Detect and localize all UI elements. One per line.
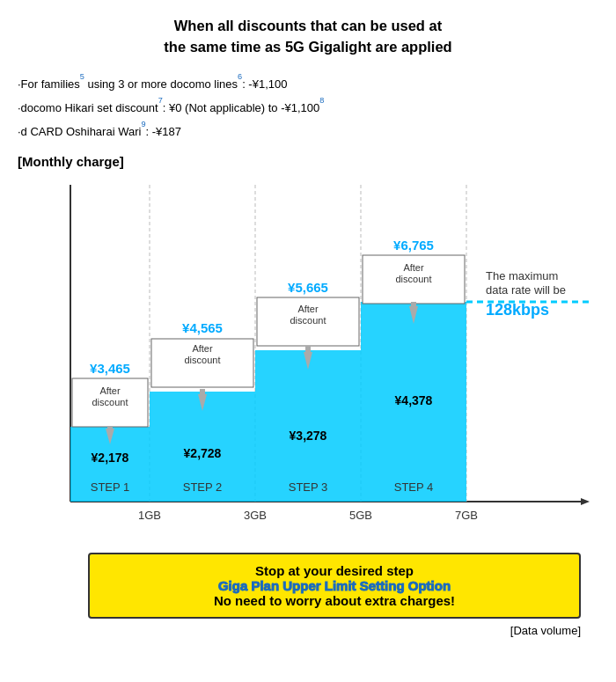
svg-text:¥6,765: ¥6,765 [393,238,434,253]
svg-text:¥3,278: ¥3,278 [290,429,327,443]
svg-text:discount: discount [185,355,221,365]
svg-text:STEP 2: STEP 2 [183,480,223,494]
svg-text:128kbps: 128kbps [486,301,549,319]
svg-text:After: After [403,262,424,273]
svg-text:¥4,378: ¥4,378 [395,393,433,407]
svg-text:¥5,665: ¥5,665 [288,280,328,295]
svg-text:STEP 1: STEP 1 [91,480,130,494]
svg-rect-9 [255,350,361,502]
promo-box: Stop at your desired step Giga Plan Uppe… [88,553,581,619]
svg-text:discount: discount [92,397,128,407]
svg-text:STEP 4: STEP 4 [394,480,434,494]
svg-text:After: After [192,343,213,354]
promo-line1: Stop at your desired step [104,563,565,578]
svg-text:STEP 3: STEP 3 [289,480,328,494]
svg-text:The maximum: The maximum [486,269,558,282]
svg-text:discount: discount [396,274,432,284]
svg-text:¥2,728: ¥2,728 [184,446,222,460]
svg-text:¥2,178: ¥2,178 [92,451,129,465]
data-volume-label: [Data volume] [18,624,581,637]
svg-text:5GB: 5GB [349,509,372,522]
svg-text:1GB: 1GB [138,509,161,522]
chart-area: ¥3,465 ¥4,565 ¥5,665 ¥6,765 After discou… [18,176,598,546]
page-title: When all discounts that can be used at t… [18,16,598,58]
svg-marker-2 [581,498,590,505]
svg-text:¥4,565: ¥4,565 [182,320,223,335]
svg-text:7GB: 7GB [455,509,478,522]
promo-line2: Giga Plan Upper Limit Setting Option [104,578,565,593]
monthly-charge-label: [Monthly charge] [18,154,598,169]
svg-text:data rate will be: data rate will be [486,283,566,297]
svg-text:discount: discount [290,315,326,326]
svg-text:After: After [297,304,319,314]
promo-line3: No need to worry about extra charges! [104,593,565,608]
bullet-list: ·For families5 using 3 or more docomo li… [18,70,598,142]
svg-text:After: After [99,385,121,396]
svg-text:3GB: 3GB [244,509,267,522]
svg-text:¥3,465: ¥3,465 [90,361,130,376]
